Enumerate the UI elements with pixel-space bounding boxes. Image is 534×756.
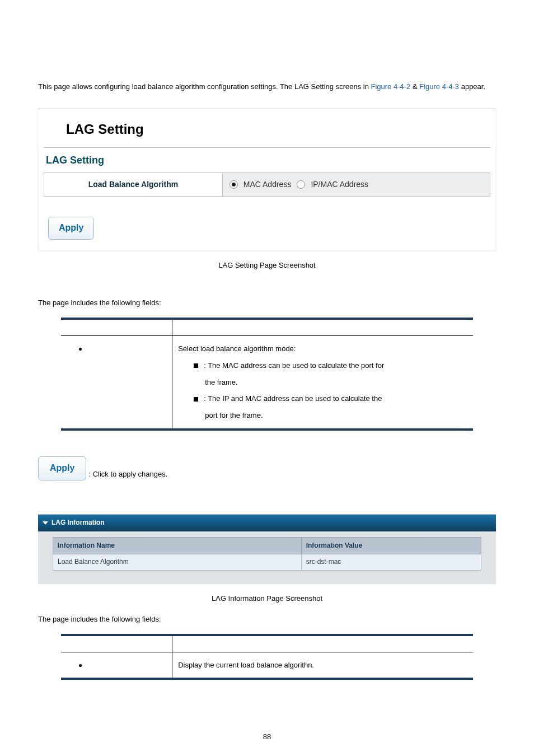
info-value-cell: src-dst-mac	[301, 554, 481, 571]
square-bullet-icon	[194, 397, 198, 402]
lag-information-screenshot: LAG Information Information Name Informa…	[38, 514, 496, 584]
info-name-cell: Load Balance Algorithm	[53, 554, 302, 571]
chevron-down-icon	[43, 521, 48, 525]
apply-button-sample[interactable]: Apply	[38, 456, 86, 480]
panel-title: LAG Information	[51, 517, 105, 529]
intro-amp: &	[413, 82, 419, 91]
intro-prefix: This page allows configuring load balanc…	[38, 82, 371, 91]
field-description: Display the current load balance algorit…	[172, 652, 473, 679]
field-table-1: Select load balance algorithm mode: : Th…	[61, 318, 473, 431]
panel-header[interactable]: LAG Information	[38, 515, 496, 531]
bullet-icon	[79, 664, 82, 667]
radio-ip-mac-address-label: IP/MAC Address	[311, 178, 368, 192]
square-bullet-icon	[194, 363, 198, 368]
figure-link-4-4-3[interactable]: Figure 4-4-3	[419, 82, 459, 91]
column-header-name: Information Name	[53, 537, 302, 554]
page-title: LAG Setting	[38, 109, 496, 147]
intro-suffix: appear.	[461, 82, 485, 91]
lag-setting-screenshot: LAG Setting LAG Setting Load Balance Alg…	[38, 109, 496, 251]
apply-button-description: : Click to apply changes.	[88, 468, 167, 480]
fields-intro-2: The page includes the following fields:	[38, 613, 496, 626]
fields-intro-1: The page includes the following fields:	[38, 296, 496, 309]
table-row	[61, 652, 172, 679]
apply-button[interactable]: Apply	[48, 217, 94, 240]
field-description: Select load balance algorithm mode: : Th…	[172, 335, 473, 430]
bullet-icon	[79, 348, 82, 351]
table-row: Load Balance Algorithm src-dst-mac	[53, 554, 481, 571]
table-row	[61, 335, 172, 430]
radio-ip-mac-address[interactable]	[297, 180, 305, 189]
radio-mac-address-label: MAC Address	[243, 178, 292, 192]
fieldset-legend: LAG Setting	[44, 148, 490, 172]
field-table-2: Display the current load balance algorit…	[61, 634, 473, 680]
radio-mac-address[interactable]	[229, 180, 238, 189]
page-number: 88	[38, 730, 496, 743]
screenshot-caption-1: LAG Setting Page Screenshot	[38, 259, 496, 272]
load-balance-algorithm-label: Load Balance Algorithm	[44, 172, 223, 196]
column-header-value: Information Value	[301, 537, 481, 554]
figure-link-4-4-2[interactable]: Figure 4-4-2	[371, 82, 411, 91]
screenshot-caption-2: LAG Information Page Screenshot	[38, 592, 496, 605]
intro-paragraph: This page allows configuring load balanc…	[38, 80, 496, 93]
